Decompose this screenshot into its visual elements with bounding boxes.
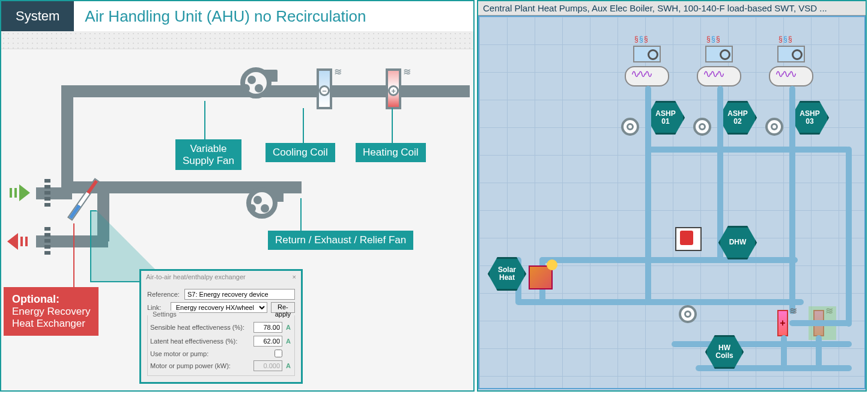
intake-damper — [44, 179, 50, 207]
dot-grid-strip — [1, 31, 473, 49]
ashp1-waves-icon: § § § — [634, 35, 648, 43]
hw-coil1-icon: + — [777, 310, 788, 336]
ashp2-waves-icon: § § § — [706, 35, 720, 43]
dhw-label: DHW — [718, 226, 757, 259]
ashp1-pump-icon — [621, 118, 639, 136]
ahu-header: System Air Handling Unit (AHU) no Recirc… — [1, 1, 473, 31]
latent-input[interactable] — [253, 336, 282, 347]
ashp1-label: ASHP 01 — [646, 101, 685, 135]
supply-fan-icon — [235, 67, 278, 103]
central-plant-canvas: § § § ∿∿∿ ASHP 01 § § § ∿∿∿ ASHP 02 § § … — [478, 16, 866, 389]
dialog-titlebar: Air-to-air heat/enthalpy exchanger × — [141, 271, 301, 283]
ashp1-fan-icon — [648, 49, 658, 60]
ahu-title: Air Handling Unit (AHU) no Recirculation — [74, 1, 377, 31]
motor-checkbox[interactable] — [275, 350, 282, 357]
power-input[interactable] — [253, 360, 282, 371]
header-pipe-top — [645, 147, 849, 153]
heating-coil-label: Heating Coil — [356, 143, 426, 162]
hw-coil1-waves-icon: ≋ — [789, 305, 796, 317]
link-select[interactable]: Energy recovery HX/wheel — [171, 302, 267, 313]
supply-fan-connector — [204, 101, 205, 141]
reference-label: Reference: — [147, 291, 181, 298]
ashp3-fan-icon — [792, 49, 803, 60]
central-plant-panel: Central Plant Heat Pumps, Aux Elec Boile… — [477, 0, 867, 392]
reference-input[interactable] — [184, 289, 295, 300]
intake-arrow-icon — [7, 184, 30, 201]
hw-supply-pipe — [672, 341, 852, 347]
cooling-coil-label: Cooling Coil — [266, 143, 335, 162]
header-pipe-low — [515, 299, 804, 305]
optional-title: Optional: — [12, 293, 59, 305]
ashp2-coil-icon: ∿∿∿ — [703, 67, 723, 80]
heating-coil-icon: + — [386, 68, 401, 109]
hw-coils-label: HW Coils — [705, 335, 744, 369]
ashp2-pump-icon — [693, 118, 711, 136]
ashp1-coil-icon: ∿∿∿ — [631, 67, 651, 80]
exhaust-damper — [44, 227, 50, 255]
right-riser — [846, 147, 852, 327]
sun-icon — [547, 259, 557, 270]
auto-indicator-icon: A — [285, 324, 292, 331]
ashp3-pipe — [789, 86, 795, 314]
motor-label: Use motor or pump: — [150, 350, 272, 357]
coil2-drop — [816, 335, 822, 368]
intake-stub — [36, 187, 72, 199]
ashp3-waves-icon: § § § — [778, 35, 792, 43]
return-fan-label: Return / Exhaust / Relief Fan — [268, 231, 413, 250]
exhaust-arrow-icon — [7, 233, 30, 250]
central-plant-title: Central Plant Heat Pumps, Aux Elec Boile… — [478, 1, 866, 16]
ahu-diagram-panel: System Air Handling Unit (AHU) no Recirc… — [0, 0, 475, 392]
return-fan-icon — [241, 187, 284, 223]
header-pipe-mid — [539, 257, 798, 263]
hw-pump-icon — [679, 305, 697, 323]
cooling-connector — [303, 108, 304, 143]
cooling-coil-icon: − — [317, 68, 332, 109]
settings-group: Sensible heat effectiveness (%): A Laten… — [147, 315, 295, 376]
ashp2-pipe — [717, 86, 723, 260]
ashp3-pump-icon — [765, 118, 783, 136]
auto-indicator-icon: A — [285, 362, 292, 369]
sensible-input[interactable] — [253, 322, 282, 333]
ashp2-fan-icon — [720, 49, 730, 60]
auto-indicator-icon: A — [285, 338, 292, 345]
coil-feed-pipe — [789, 320, 849, 326]
latent-label: Latent heat effectiveness (%): — [150, 338, 251, 345]
ashp3-coil-icon: ∿∿∿ — [775, 67, 795, 80]
dialog-title-text: Air-to-air heat/enthalpy exchanger — [146, 273, 246, 280]
return-fan-connector — [300, 198, 302, 231]
optional-label: Optional: Energy Recovery Heat Exchanger — [4, 287, 99, 336]
heating-connector — [392, 108, 393, 143]
coil1-drop — [781, 335, 787, 368]
heat-waves-icon: ≋ — [403, 66, 410, 77]
optional-connector — [73, 223, 74, 291]
boiler-icon — [675, 227, 702, 251]
close-icon[interactable]: × — [293, 273, 296, 280]
power-label: Motor or pump power (kW): — [150, 362, 251, 369]
ashp3-label: ASHP 03 — [791, 101, 829, 135]
ahu-canvas: Variable Supply Fan − ≋ Cooling Coil + ≋… — [1, 49, 473, 390]
cool-waves-icon: ≋ — [334, 66, 341, 77]
system-tag: System — [1, 1, 74, 31]
sensible-label: Sensible heat effectiveness (%): — [150, 324, 251, 331]
reapply-button[interactable]: Re-apply — [271, 302, 295, 313]
ashp1-pipe — [645, 86, 651, 302]
optional-body: Energy Recovery Heat Exchanger — [12, 306, 90, 329]
supply-fan-label: Variable Supply Fan — [175, 139, 241, 170]
ashp2-label: ASHP 02 — [718, 101, 757, 135]
duct-riser-supply — [61, 85, 73, 193]
hx-properties-dialog[interactable]: Air-to-air heat/enthalpy exchanger × Ref… — [139, 269, 303, 384]
